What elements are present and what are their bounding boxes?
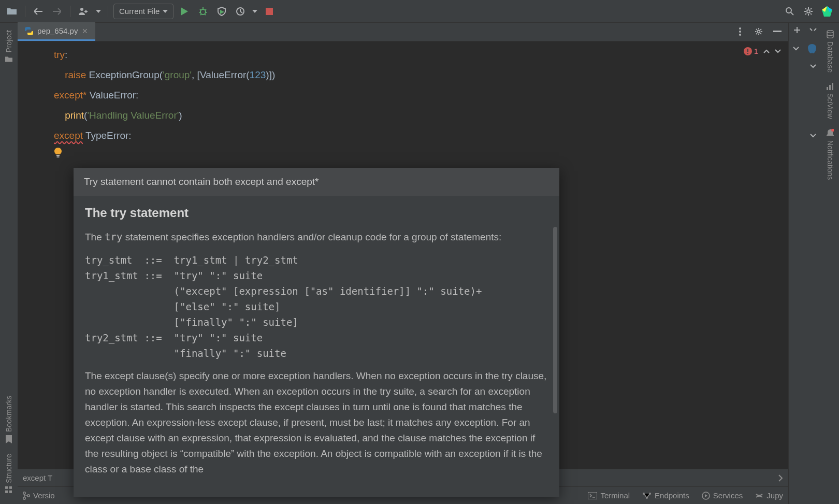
python-file-icon — [25, 27, 33, 35]
svg-rect-6 — [5, 486, 8, 489]
svg-point-10 — [739, 27, 741, 30]
editor-settings-icon[interactable] — [751, 24, 766, 39]
svg-rect-17 — [747, 53, 748, 54]
svg-point-20 — [23, 492, 25, 494]
vcs-dropdown-icon[interactable] — [94, 4, 103, 19]
editor-area[interactable]: try: raise ExceptionGroup('group', [Valu… — [18, 41, 788, 469]
next-highlight-icon[interactable] — [775, 49, 781, 53]
jupyter-tool[interactable]: Jupy — [755, 491, 783, 500]
project-tool-button[interactable]: Project — [4, 26, 14, 67]
services-tool[interactable]: Services — [702, 491, 743, 500]
svg-rect-14 — [773, 31, 782, 32]
left-tool-stripe: Project Bookmarks Structure — [0, 23, 18, 504]
svg-rect-29 — [827, 87, 828, 90]
separator — [25, 6, 25, 17]
chevron-down-icon[interactable] — [793, 47, 799, 51]
separator — [70, 6, 70, 17]
close-tab-icon[interactable]: ✕ — [82, 27, 88, 35]
endpoints-tool[interactable]: Endpoints — [642, 491, 689, 500]
svg-rect-3 — [266, 8, 273, 15]
file-tab[interactable]: pep_654.py ✕ — [18, 22, 95, 41]
popup-body[interactable]: The try statement The try statement spec… — [74, 196, 559, 497]
tab-filename: pep_654.py — [37, 26, 78, 35]
svg-point-28 — [827, 31, 833, 33]
svg-rect-31 — [832, 83, 833, 90]
breadcrumb[interactable]: except T — [23, 473, 52, 482]
right-tool-stripe: Database SciView Notifications — [821, 23, 839, 504]
vcs-user-icon[interactable] — [76, 4, 91, 19]
add-datasource-icon[interactable] — [793, 26, 801, 34]
notifications-tool-button[interactable]: Notifications — [825, 125, 835, 184]
popup-paragraph-2: The except clause(s) specify one or more… — [85, 368, 548, 477]
svg-rect-16 — [747, 49, 748, 52]
editor-tabs: pep_654.py ✕ — [18, 23, 788, 41]
stop-button[interactable] — [262, 4, 277, 19]
database-tool-button[interactable]: Database — [825, 26, 835, 77]
profile-button[interactable] — [233, 4, 248, 19]
svg-rect-9 — [9, 491, 12, 493]
svg-point-4 — [786, 8, 791, 13]
settings-icon[interactable] — [801, 4, 816, 19]
run-config-label: Current File — [119, 7, 160, 16]
tab-list-icon[interactable] — [732, 24, 748, 39]
popup-grammar: try_stmt ::= try1_stmt | try2_stmt try1_… — [85, 252, 548, 361]
more-icon[interactable] — [809, 27, 817, 33]
version-control-tool[interactable]: Versio — [23, 491, 55, 500]
run-button[interactable] — [177, 4, 192, 19]
svg-point-21 — [23, 497, 25, 499]
main-toolbar: Current File — [0, 0, 839, 23]
back-button[interactable] — [31, 4, 46, 19]
chevron-down-icon[interactable] — [810, 134, 816, 138]
svg-rect-8 — [5, 491, 8, 493]
error-indicator[interactable]: 1 — [744, 47, 758, 55]
run-config-selector[interactable]: Current File — [113, 4, 173, 19]
breadcrumb-next-icon[interactable] — [778, 474, 783, 482]
bookmarks-tool-button[interactable]: Bookmarks — [4, 392, 14, 448]
svg-point-0 — [80, 8, 83, 11]
popup-paragraph: The try statement specifies exception ha… — [85, 229, 548, 245]
svg-rect-7 — [9, 486, 12, 489]
svg-point-12 — [739, 34, 741, 36]
intention-bulb-icon[interactable] — [53, 148, 64, 159]
ide-logo-icon[interactable] — [819, 4, 835, 19]
debug-button[interactable] — [195, 4, 211, 19]
svg-point-13 — [758, 31, 760, 33]
search-everywhere-icon[interactable] — [782, 4, 798, 19]
postgres-datasource-icon[interactable] — [807, 44, 817, 54]
popup-heading: The try statement — [85, 205, 548, 221]
hide-tool-icon[interactable] — [770, 24, 785, 39]
database-tool-window — [788, 23, 821, 504]
forward-button[interactable] — [49, 4, 65, 19]
terminal-tool[interactable]: Terminal — [588, 491, 630, 500]
prev-highlight-icon[interactable] — [763, 49, 770, 53]
svg-rect-19 — [57, 156, 60, 157]
svg-point-5 — [807, 10, 810, 13]
quick-doc-popup: Try statement cannot contain both except… — [74, 168, 559, 497]
svg-rect-30 — [829, 85, 831, 90]
svg-point-22 — [27, 494, 30, 496]
profile-dropdown-icon[interactable] — [251, 4, 258, 19]
project-dir-icon[interactable] — [4, 4, 20, 19]
chevron-down-icon[interactable] — [810, 64, 816, 68]
sciview-tool-button[interactable]: SciView — [825, 79, 835, 123]
svg-point-11 — [739, 31, 741, 33]
popup-error-title: Try statement cannot contain both except… — [74, 168, 559, 196]
separator — [108, 6, 108, 17]
svg-rect-23 — [588, 492, 597, 499]
inspections-widget[interactable]: 1 — [744, 47, 781, 55]
structure-tool-button[interactable]: Structure — [4, 450, 14, 498]
svg-rect-18 — [56, 155, 60, 156]
popup-scrollbar[interactable] — [553, 227, 557, 413]
coverage-button[interactable] — [214, 4, 229, 19]
